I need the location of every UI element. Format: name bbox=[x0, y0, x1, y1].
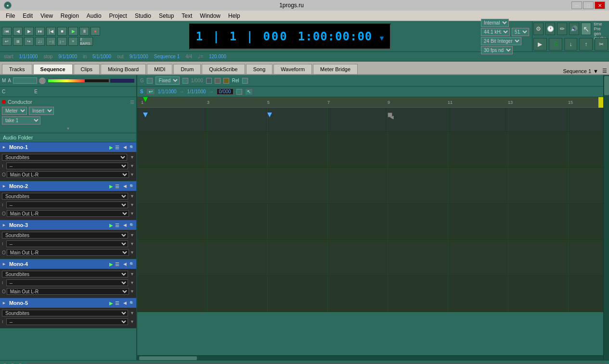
pan-control[interactable] bbox=[110, 79, 134, 83]
goto-start-button[interactable]: |◀ bbox=[46, 27, 56, 36]
track-2-input-dropdown[interactable]: ▼ bbox=[130, 202, 134, 207]
pos-checkbox[interactable] bbox=[236, 89, 242, 95]
arrow-tool-btn[interactable]: ↖ bbox=[581, 23, 591, 35]
track-3-arrow-icon[interactable]: ◀ bbox=[123, 223, 127, 227]
track-1-output-dropdown[interactable]: ▼ bbox=[130, 172, 134, 177]
smart-tool-btn[interactable]: ⚙ bbox=[533, 23, 544, 35]
track-1-search-icon[interactable]: 🔍 bbox=[130, 145, 134, 150]
track-4-play-icon[interactable]: ▶ bbox=[109, 262, 113, 267]
redo-button[interactable]: ↪ bbox=[24, 37, 34, 46]
menu-file[interactable]: File bbox=[2, 12, 19, 20]
tab-menu-icon[interactable]: ☰ bbox=[602, 68, 607, 74]
time-pos-input[interactable]: 0/000 bbox=[217, 88, 233, 95]
track-5-menu-icon[interactable]: ☰ bbox=[115, 301, 119, 306]
track-1-output-select[interactable]: Main Out L-R bbox=[7, 171, 129, 178]
tab-quickscribe[interactable]: QuickScribe bbox=[202, 64, 245, 74]
start-pos-value[interactable]: 1/1/1000 bbox=[158, 89, 177, 94]
cursor-icon[interactable]: ↖ bbox=[245, 88, 253, 95]
rewind-button[interactable]: ◀ bbox=[13, 27, 23, 36]
menu-view[interactable]: View bbox=[37, 12, 57, 20]
bars-button[interactable]: 2 BARS bbox=[79, 37, 93, 46]
rel-checkbox[interactable] bbox=[242, 78, 248, 84]
track-1-input-dropdown[interactable]: ▼ bbox=[130, 163, 134, 168]
menu-audio[interactable]: Audio bbox=[83, 12, 105, 20]
color-box3[interactable] bbox=[223, 78, 229, 84]
yellow-end-marker[interactable] bbox=[598, 97, 603, 108]
menu-studio[interactable]: Studio bbox=[131, 12, 155, 20]
in-value[interactable]: 5/1/1000 bbox=[92, 54, 111, 59]
nudge2-button[interactable]: |→ bbox=[57, 37, 67, 46]
color-box2[interactable] bbox=[215, 78, 220, 84]
bit-depth-select[interactable]: 24 Bit Integer bbox=[481, 37, 521, 45]
color-box1[interactable] bbox=[206, 78, 212, 84]
s-icon-btn[interactable]: S bbox=[549, 38, 562, 50]
track-5-dropdown-icon[interactable]: ▼ bbox=[130, 311, 134, 315]
add-button[interactable]: + bbox=[68, 37, 78, 46]
track-5-expand-icon[interactable]: ► bbox=[2, 301, 6, 305]
playhead-marker[interactable] bbox=[143, 97, 148, 102]
track-3-output-select[interactable]: Main Out L-R bbox=[7, 249, 129, 256]
menu-setup[interactable]: Setup bbox=[155, 12, 178, 20]
horizontal-scrollbar[interactable] bbox=[137, 355, 603, 360]
track-3-input-dropdown[interactable]: ▼ bbox=[130, 241, 134, 246]
conductor-action-select[interactable]: Insert bbox=[29, 107, 54, 115]
undo-button[interactable]: ↩ bbox=[2, 37, 12, 46]
menu-edit[interactable]: Edit bbox=[19, 12, 37, 20]
track-4-dropdown-icon[interactable]: ▼ bbox=[130, 272, 134, 276]
sequence-dropdown-icon[interactable]: ▼ bbox=[593, 68, 598, 74]
track-4-lane[interactable] bbox=[137, 240, 603, 276]
track-3-input-select[interactable]: -- bbox=[6, 240, 129, 247]
track-2-play-icon[interactable]: ▶ bbox=[109, 184, 113, 189]
tab-mixing-board[interactable]: Mixing Board bbox=[101, 64, 146, 74]
tab-clips[interactable]: Clips bbox=[74, 64, 100, 74]
menu-region[interactable]: Region bbox=[57, 12, 83, 20]
track-4-menu-icon[interactable]: ☰ bbox=[115, 262, 119, 267]
maximize-button[interactable]: □ bbox=[583, 1, 594, 9]
speaker-icon-btn[interactable]: 🔊 bbox=[569, 23, 579, 35]
track-1-dropdown-icon[interactable]: ▼ bbox=[130, 155, 134, 160]
tab-midi[interactable]: MIDI bbox=[147, 64, 172, 74]
track-4-type-select[interactable]: Soundbites bbox=[2, 271, 128, 277]
stop-button[interactable]: ■ bbox=[57, 27, 67, 36]
audio-device-select[interactable]: Internal bbox=[481, 19, 509, 27]
track-2-expand-icon[interactable]: ► bbox=[2, 184, 6, 188]
conductor-menu-icon[interactable]: ☰ bbox=[130, 100, 134, 105]
track-1-menu-icon[interactable]: ☰ bbox=[115, 145, 119, 150]
track-5-arrow-icon[interactable]: ◀ bbox=[123, 301, 127, 305]
conductor-take-select[interactable]: take 1 bbox=[2, 116, 40, 125]
vscrollbar-thumb[interactable] bbox=[604, 76, 609, 95]
track-3-play-icon[interactable]: ▶ bbox=[109, 223, 113, 228]
track-5-input-select[interactable]: -- bbox=[6, 318, 129, 325]
record-button[interactable]: ● bbox=[91, 27, 100, 36]
menu-project[interactable]: Project bbox=[105, 12, 131, 20]
track-1-expand-icon[interactable]: ► bbox=[2, 145, 6, 150]
track-5-lane[interactable] bbox=[137, 276, 603, 312]
down-icon-btn[interactable]: ↓ bbox=[564, 38, 578, 50]
track-4-output-dropdown[interactable]: ▼ bbox=[130, 289, 134, 294]
tab-tracks[interactable]: Tracks bbox=[2, 64, 32, 74]
tab-meter-bridge[interactable]: Meter Bridge bbox=[313, 64, 358, 74]
menu-window[interactable]: Window bbox=[196, 12, 224, 20]
fps-select[interactable]: 30 fps nd bbox=[481, 46, 513, 54]
play-button[interactable]: ▶ bbox=[68, 27, 78, 36]
track-4-output-select[interactable]: Main Out L-R bbox=[7, 288, 129, 295]
buffer-select[interactable]: 512 bbox=[512, 28, 529, 36]
tab-sequence[interactable]: Sequence bbox=[33, 64, 73, 74]
razor-icon-btn[interactable]: ✂ bbox=[595, 38, 608, 50]
tab-waveform[interactable]: Waveform bbox=[273, 64, 312, 74]
track-4-search-icon[interactable]: 🔍 bbox=[130, 262, 134, 266]
tab-drum[interactable]: Drum bbox=[173, 64, 201, 74]
track-1-arrow-icon[interactable]: ◀ bbox=[123, 145, 127, 150]
track-2-dropdown-icon[interactable]: ▼ bbox=[130, 194, 134, 199]
loop-button[interactable]: ⊞ bbox=[13, 37, 23, 46]
track-2-menu-icon[interactable]: ☰ bbox=[115, 184, 119, 189]
up-icon-btn[interactable]: ↑ bbox=[579, 38, 593, 50]
track-2-arrow-icon[interactable]: ◀ bbox=[123, 184, 127, 188]
loop-start-marker[interactable] bbox=[267, 113, 272, 117]
track-1-input-select[interactable]: -- bbox=[6, 163, 129, 169]
snap-icon[interactable]: ↩ bbox=[146, 88, 155, 95]
track-4-expand-icon[interactable]: ► bbox=[2, 262, 6, 266]
tempo-value[interactable]: 120.000 bbox=[209, 54, 226, 59]
rewind-start-button[interactable]: ⏮ bbox=[2, 27, 12, 36]
track-2-lane[interactable] bbox=[137, 168, 603, 204]
